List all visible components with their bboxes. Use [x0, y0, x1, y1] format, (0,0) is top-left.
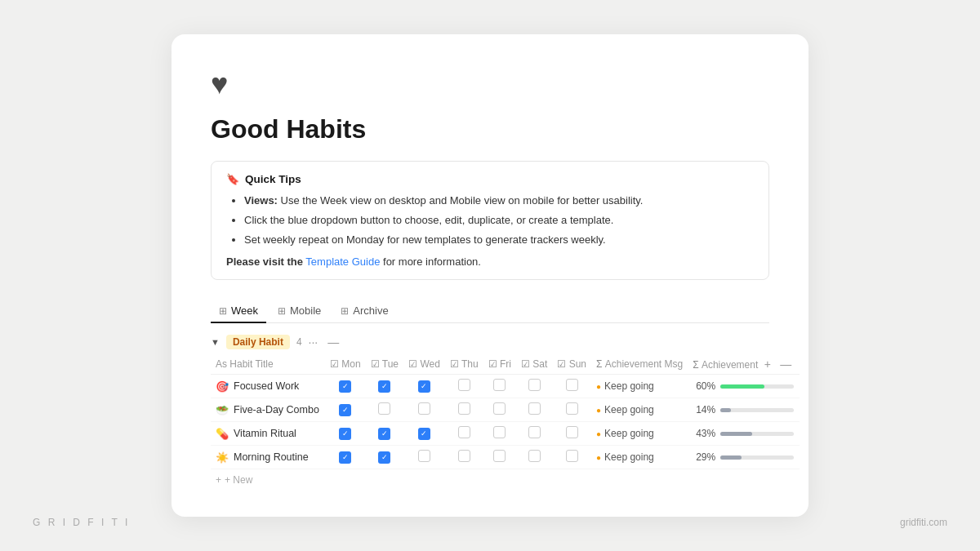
checkbox-unchecked[interactable] — [566, 450, 578, 462]
achievement-msg-cell: ●Keep going — [591, 398, 688, 422]
checkbox-unchecked[interactable] — [493, 426, 506, 438]
checkbox-unchecked[interactable] — [566, 379, 578, 391]
habit-emoji: 🥗 — [216, 404, 229, 416]
checkbox-unchecked[interactable] — [528, 426, 541, 438]
checkbox-day-0: ✓ — [325, 398, 366, 422]
achievement-msg-text: Keep going — [604, 428, 654, 439]
habit-name-cell: 🎯Focused Work — [211, 375, 325, 398]
new-row-btn[interactable]: + + New — [211, 469, 769, 491]
group-toggle[interactable]: ▼ — [211, 337, 220, 347]
group-dots[interactable]: ··· — [309, 335, 318, 349]
remove-col-btn[interactable]: — — [777, 358, 795, 371]
checkbox-checked[interactable]: ✓ — [378, 428, 390, 440]
checkbox-unchecked[interactable] — [566, 426, 578, 438]
checkbox-day-1 — [366, 398, 403, 422]
checkbox-unchecked[interactable] — [458, 426, 470, 438]
page-title: Good Habits — [211, 114, 769, 144]
checkbox-day-5 — [516, 375, 552, 398]
checkbox-unchecked[interactable] — [493, 450, 506, 462]
checkbox-day-4 — [483, 398, 516, 422]
achievement-pct-cell: 60% — [688, 375, 800, 398]
checkbox-unchecked[interactable] — [418, 402, 430, 415]
checkbox-day-3 — [445, 446, 483, 469]
checkbox-day-4 — [483, 375, 516, 398]
progress-bar-fill — [720, 455, 742, 460]
checkbox-unchecked[interactable] — [458, 402, 470, 415]
achievement-msg-cell: ●Keep going — [591, 422, 688, 446]
checkbox-unchecked[interactable] — [493, 402, 506, 415]
checkbox-unchecked[interactable] — [566, 402, 578, 415]
checkbox-unchecked[interactable] — [378, 402, 390, 415]
achievement-pct-cell: 14% — [688, 398, 800, 422]
tip-item-1: Views: Use the Week view on desktop and … — [244, 192, 754, 210]
main-card: ♥ Good Habits 🔖 Quick Tips Views: Use th… — [172, 34, 808, 517]
checkbox-checked[interactable]: ✓ — [418, 380, 430, 393]
checkbox-day-2: ✓ — [403, 375, 445, 398]
checkbox-day-2: ✓ — [403, 422, 445, 446]
checkbox-checked[interactable]: ✓ — [339, 404, 351, 416]
progress-bar-track — [720, 455, 794, 460]
watermark-left: G R I D F I T I — [33, 517, 130, 528]
col-habit-title: As Habit Title — [211, 354, 325, 375]
habit-table: As Habit Title ☑ Mon ☑ Tue ☑ Wed ☑ Thu ☑… — [211, 354, 800, 469]
checkbox-unchecked[interactable] — [528, 450, 541, 462]
checkbox-day-5 — [516, 398, 552, 422]
checkbox-day-2 — [403, 446, 445, 469]
checkbox-checked[interactable]: ✓ — [339, 380, 351, 393]
checkbox-checked[interactable]: ✓ — [418, 428, 430, 440]
checkbox-day-3 — [445, 375, 483, 398]
week-tab-icon: ⊞ — [219, 305, 227, 317]
achievement-pct-cell: 29% — [688, 446, 800, 469]
tab-archive[interactable]: ⊞ Archive — [332, 300, 396, 323]
checkbox-checked[interactable]: ✓ — [339, 451, 351, 464]
col-thu: ☑ Thu — [445, 354, 483, 375]
habit-name: Five-a-Day Combo — [234, 404, 319, 415]
achievement-msg-text: Keep going — [604, 451, 654, 463]
checkbox-unchecked[interactable] — [418, 450, 430, 462]
template-guide-link[interactable]: Template Guide — [305, 256, 380, 268]
add-col-btn[interactable]: + — [761, 358, 774, 371]
habit-name: Vitamin Ritual — [234, 428, 296, 439]
tip-item-3: Set weekly repeat on Monday for new temp… — [244, 231, 754, 249]
checkbox-unchecked[interactable] — [528, 402, 541, 415]
quick-tips-list: Views: Use the Week view on desktop and … — [226, 192, 754, 249]
achievement-msg-text: Keep going — [604, 404, 654, 415]
checkbox-checked[interactable]: ✓ — [339, 428, 351, 440]
checkbox-day-4 — [483, 446, 516, 469]
col-sun: ☑ Sun — [552, 354, 591, 375]
checkbox-checked[interactable]: ✓ — [378, 380, 390, 393]
new-row-label: + New — [225, 474, 252, 486]
checkbox-checked[interactable]: ✓ — [378, 451, 390, 464]
col-tue: ☑ Tue — [366, 354, 403, 375]
col-wed: ☑ Wed — [403, 354, 445, 375]
progress-bar-track — [720, 408, 794, 412]
checkbox-day-1: ✓ — [366, 446, 403, 469]
quick-tips-label: Quick Tips — [245, 173, 301, 185]
please-visit-prefix: Please visit the — [226, 256, 303, 268]
group-count: 4 — [296, 336, 302, 348]
checkbox-unchecked[interactable] — [458, 379, 470, 391]
habit-name: Morning Routine — [234, 451, 309, 463]
tab-week[interactable]: ⊞ Week — [211, 300, 266, 323]
progress-bar-track — [720, 384, 794, 389]
checkbox-day-1: ✓ — [366, 422, 403, 446]
checkbox-unchecked[interactable] — [528, 379, 541, 391]
tab-mobile[interactable]: ⊞ Mobile — [270, 300, 329, 323]
quick-tips-header: 🔖 Quick Tips — [226, 173, 754, 185]
achievement-dot: ● — [596, 406, 601, 415]
checkbox-unchecked[interactable] — [458, 450, 470, 462]
archive-tab-icon: ⊞ — [341, 305, 349, 317]
col-fri: ☑ Fri — [483, 354, 516, 375]
col-sat: ☑ Sat — [516, 354, 552, 375]
achievement-msg-text: Keep going — [604, 380, 654, 392]
group-minus[interactable]: — — [324, 335, 342, 349]
table-row: ☀️Morning Routine✓✓●Keep going29% — [211, 446, 800, 469]
habit-name: Focused Work — [234, 380, 299, 392]
checkbox-unchecked[interactable] — [493, 379, 506, 391]
table-row: 🥗Five-a-Day Combo✓●Keep going14% — [211, 398, 800, 422]
progress-pct: 14% — [693, 404, 715, 415]
habit-emoji: 💊 — [216, 428, 229, 440]
col-mon: ☑ Mon — [325, 354, 366, 375]
quick-tips-box: 🔖 Quick Tips Views: Use the Week view on… — [211, 161, 769, 280]
checkbox-day-5 — [516, 446, 552, 469]
